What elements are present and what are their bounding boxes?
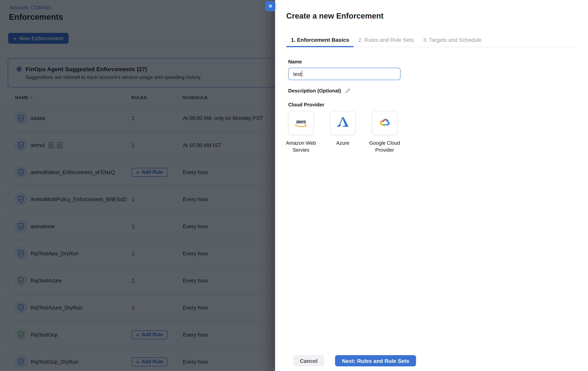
create-enforcement-panel: × Create a new Enforcement 1. Enforcemen… — [275, 0, 588, 371]
provider-label-aws: Amazon Web Servies — [277, 140, 325, 153]
panel-title: Create a new Enforcement — [286, 12, 383, 20]
tab-rules-and-rule-sets[interactable]: 2. Rules and Rule Sets — [354, 32, 418, 47]
provider-label-gcp: Google Cloud Provider — [361, 140, 408, 153]
screen: Account: CCM-NG Enforcements + New Enfor… — [0, 0, 588, 371]
aws-logo-icon: aws — [294, 119, 308, 128]
name-input-value: test — [293, 71, 301, 77]
text-cursor — [302, 71, 302, 77]
wizard-tabs: 1. Enforcement Basics 2. Rules and Rule … — [286, 32, 576, 47]
enforcement-basics-form: Name test Description (Optional) Cloud P… — [288, 59, 505, 153]
provider-card-gcp[interactable]: Google Cloud Provider — [372, 111, 398, 153]
azure-logo-icon — [337, 117, 349, 129]
cloud-provider-options: aws Amazon Web Servies — [288, 111, 505, 153]
edit-pencil-icon[interactable] — [345, 87, 351, 94]
tab-enforcement-basics[interactable]: 1. Enforcement Basics — [286, 32, 354, 47]
gcp-logo-icon — [378, 117, 391, 129]
close-icon: × — [269, 3, 272, 9]
provider-card-aws[interactable]: aws Amazon Web Servies — [288, 111, 314, 153]
next-button[interactable]: Next: Rules and Rule Sets — [335, 355, 416, 366]
tab-targets-and-schedule[interactable]: 3. Targets and Schedule — [419, 32, 486, 47]
name-input[interactable]: test — [288, 68, 400, 80]
close-panel-button[interactable]: × — [265, 1, 275, 11]
description-label: Description (Optional) — [288, 88, 341, 93]
cancel-button[interactable]: Cancel — [293, 355, 324, 366]
provider-label-azure: Azure — [319, 140, 367, 146]
cloud-provider-label: Cloud Provider — [288, 102, 505, 108]
provider-card-azure[interactable]: Azure — [330, 111, 356, 153]
panel-footer: Cancel Next: Rules and Rule Sets — [293, 355, 416, 366]
name-label: Name — [288, 59, 505, 65]
